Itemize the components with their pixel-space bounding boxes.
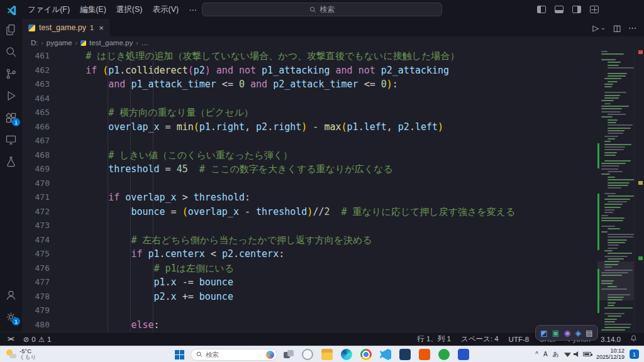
sidebar-item-search[interactable] [0,41,22,63]
taskbar-app-copilot[interactable] [300,348,315,361]
capture-toolbar[interactable]: ◩▣◉◈▤ [535,325,598,341]
token-var: p1 [108,65,119,76]
taskbar-weather-widget[interactable]: -5°C くもり [0,348,36,360]
sidebar-item-run-debug[interactable] [0,85,22,107]
minimap[interactable] [597,49,634,332]
orange-app-icon [419,349,430,360]
minimap-line [601,51,608,52]
taskbar-clock[interactable]: 10:12 2025/12/19 [596,348,625,361]
token-kw: and [216,65,233,76]
git-change-marker [597,143,599,168]
taskbar-app-edge[interactable] [339,348,354,361]
minimap-line [608,201,627,202]
problems-indicator[interactable]: ⊘ 0 ⚠ 1 [20,335,55,344]
manage-button[interactable]: 1 [0,306,22,328]
minimap-line [608,239,627,241]
sidebar-item-source-control[interactable] [0,63,22,85]
token-num: 0 [239,79,245,90]
line-number: 477 [22,275,63,290]
minimap-line [604,307,633,309]
token-fn: min [177,121,194,133]
breadcrumb-item-1[interactable]: pygame [47,39,72,47]
taskbar-app-chrome[interactable] [358,348,374,361]
status-item-1[interactable]: スペース: 4 [456,334,504,344]
minimap-line [601,70,631,71]
breadcrumb-item-0[interactable]: D: [31,39,38,47]
capture-share-icon[interactable]: ◈ [575,329,581,337]
status-item-5[interactable]: 3.14.0 [596,336,626,343]
menu-item-3[interactable]: 表示(V) [147,0,184,19]
token-op: -= [177,277,199,288]
more-actions-icon[interactable]: ⋯ [628,23,636,33]
tray-status-icons[interactable] [564,351,591,358]
capture-record-icon[interactable]: ◉ [564,329,570,337]
weather-icon [6,349,16,359]
minimap-slider[interactable] [597,261,634,300]
task-view-button[interactable] [282,348,296,361]
activity-bar: 1 1 [0,19,22,332]
notification-count-badge[interactable]: 1 [630,349,639,359]
taskbar-search-input[interactable] [206,351,260,358]
tab-test-game-py[interactable]: test_game.py 1 × [22,19,111,36]
sidebar-item-explorer[interactable] [0,19,22,41]
taskbar-app-orange[interactable] [417,348,432,361]
token-var: bounce [131,206,165,217]
token-op: // [313,206,324,217]
minimap-line [601,226,615,227]
tab-close-icon[interactable]: × [99,23,104,33]
menu-overflow-icon[interactable]: ⋯ [184,5,202,14]
capture-image-icon[interactable]: ▣ [552,329,559,337]
breadcrumb-item-3[interactable]: … [142,39,149,47]
code-editor[interactable]: 461 # はじき処理の追加（攻撃していない場合、かつ、攻撃直後でもないに接触し… [22,49,644,332]
token-op: - [239,206,256,217]
status-item-0[interactable]: 行 1、列 1 [412,334,456,344]
split-editor-icon[interactable]: ◫ [613,23,621,33]
menu-item-2[interactable]: 選択(S) [111,0,148,19]
minimap-line [604,324,631,325]
run-dropdown-icon[interactable]: ⌄ [601,25,606,31]
overview-ruler[interactable] [634,49,644,332]
taskbar-app-vscode[interactable] [378,348,393,361]
taskbar-app-file-explorer[interactable] [319,348,335,361]
taskbar-app-terminal[interactable] [397,348,413,361]
code-line: 469 threshold = 45 # ここの数字を大きくする重なりが広くなる [22,162,575,177]
remote-indicator-icon[interactable]: >< [4,336,18,343]
capture-clipboard-icon[interactable]: ▤ [586,329,592,337]
token-var: p1 [347,121,358,133]
toggle-panel-icon[interactable] [555,6,564,13]
notifications-bell-icon[interactable] [626,334,644,344]
start-button[interactable] [173,348,186,361]
code-line: 464 [22,92,575,106]
token-kw: and [250,79,267,90]
minimap-line [604,207,621,208]
menu-item-0[interactable]: ファイル(F) [23,0,75,19]
capture-crop-icon[interactable]: ◩ [540,329,547,337]
tray-chevron[interactable]: ^ [535,351,538,358]
sidebar-item-extensions[interactable]: 1 [0,107,22,129]
taskbar-app-blue[interactable] [456,348,471,361]
line-number: 474 [22,233,63,248]
taskbar-search[interactable] [191,349,277,361]
minimap-line [601,329,625,331]
token-kw: if [86,65,97,76]
manage-badge: 1 [12,317,20,326]
tray-ime-latin[interactable]: A [543,351,548,358]
run-python-file-icon[interactable]: ▷ [592,23,599,33]
account-button[interactable] [0,284,22,306]
command-center-search[interactable]: 検索 [202,3,442,16]
minimap-line [601,59,616,60]
sidebar-item-remote-explorer[interactable] [0,129,22,151]
breadcrumb-item-2[interactable]: test_game.py [89,39,133,47]
customize-layout-icon[interactable] [590,6,599,13]
warnings-icon: ⚠ [38,335,45,344]
status-item-2[interactable]: UTF-8 [504,336,535,343]
taskbar-app-green[interactable] [436,348,452,361]
token-var: bounce [199,291,233,302]
sidebar-item-testing[interactable] [0,151,22,173]
toggle-sidebar-icon[interactable] [537,6,546,13]
menu-item-1[interactable]: 編集(E) [75,0,111,19]
file-explorer-icon [321,349,333,360]
breadcrumb[interactable]: D:›pygame›test_game.py›… [22,36,644,49]
toggle-secondary-sidebar-icon[interactable] [572,6,581,13]
tray-ime-kana[interactable]: あ [553,350,559,359]
